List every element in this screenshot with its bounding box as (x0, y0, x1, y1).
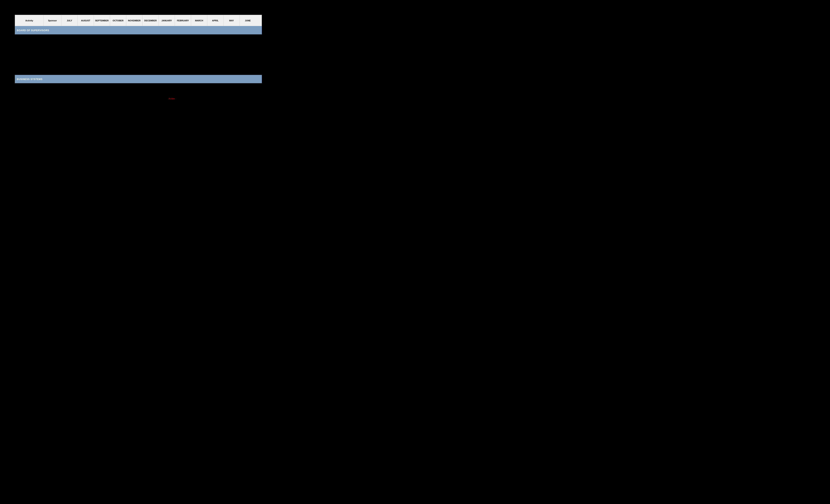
header-july: JULY (61, 15, 78, 26)
header-october: OCTOBER (110, 15, 126, 26)
header-activity: Activity (15, 15, 44, 26)
header-june: JUNE (240, 15, 256, 26)
section-board-of-supervisors-label: BOARD OF SUPERVISORS (17, 29, 49, 32)
header-september: SEPTEMBER (94, 15, 110, 26)
action-label: Action (168, 97, 175, 100)
header-december: DECEMBER (142, 15, 159, 26)
header-april: APRIL (207, 15, 224, 26)
header-november: NOVEMBER (126, 15, 142, 26)
business-systems-content: Action (15, 83, 262, 138)
main-container: Activity Sponsor JULY AUGUST SEPTEMBER O… (15, 15, 262, 138)
section-board-of-supervisors: BOARD OF SUPERVISORS (15, 26, 262, 34)
board-of-supervisors-content (15, 34, 262, 74)
header-sponsor: Sponsor (44, 15, 61, 26)
header-march: MARCH (191, 15, 207, 26)
section-business-systems-label: BUSINESS SYSTEMS (17, 78, 42, 81)
header-february: FEBRUARY (175, 15, 191, 26)
header-august: AUGUST (78, 15, 94, 26)
section-business-systems: BUSINESS SYSTEMS (15, 75, 262, 83)
header-may: MAY (224, 15, 240, 26)
header-row: Activity Sponsor JULY AUGUST SEPTEMBER O… (15, 15, 262, 26)
header-january: JANUARY (159, 15, 175, 26)
